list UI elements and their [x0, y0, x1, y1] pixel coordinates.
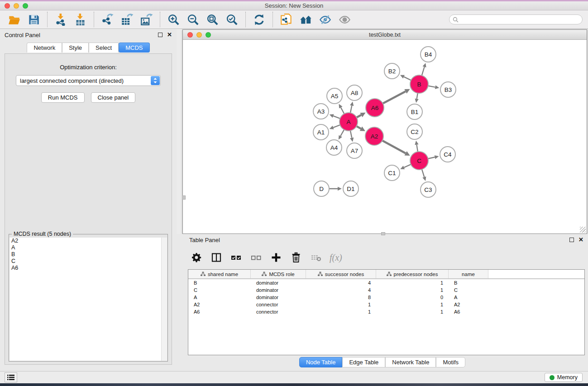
- tab-network-table[interactable]: Network Table: [385, 357, 436, 367]
- delete-column-trash-button[interactable]: [287, 251, 305, 264]
- cell-shared-name[interactable]: A: [188, 295, 251, 300]
- cell-successor-nodes[interactable]: 1: [306, 302, 376, 307]
- cell-predecessor-nodes[interactable]: 1: [376, 309, 449, 315]
- table-settings-gear-button[interactable]: [187, 251, 206, 264]
- export-image-button[interactable]: [137, 13, 156, 27]
- result-item[interactable]: B: [10, 251, 167, 258]
- search-field-wrap: [449, 14, 583, 24]
- cell-shared-name[interactable]: B: [188, 280, 251, 286]
- float-panel-icon[interactable]: [158, 33, 163, 37]
- result-scrollbar[interactable]: [161, 238, 167, 361]
- memory-button[interactable]: Memory: [545, 373, 583, 382]
- result-item[interactable]: C: [10, 258, 167, 265]
- cell-successor-nodes[interactable]: 8: [306, 295, 376, 300]
- split-columns-button[interactable]: [207, 251, 225, 264]
- node-table[interactable]: shared nameMCDS rolesuccessor nodesprede…: [188, 269, 585, 355]
- mcds-result-title: MCDS result (5 nodes): [12, 231, 73, 237]
- run-mcds-button[interactable]: Run MCDS: [41, 92, 85, 103]
- function-builder-button[interactable]: f(x): [327, 253, 345, 263]
- cell-successor-nodes[interactable]: 4: [306, 287, 376, 293]
- show-eye-icon: [339, 14, 351, 26]
- cell-shared-name[interactable]: A2: [188, 302, 251, 307]
- task-history-button[interactable]: [5, 372, 17, 382]
- zoom-selected-button[interactable]: [222, 13, 242, 27]
- home-button[interactable]: [296, 13, 316, 27]
- open-session-button[interactable]: [5, 13, 24, 27]
- column-header-predecessor-nodes[interactable]: predecessor nodes: [376, 270, 449, 278]
- result-item[interactable]: A2: [10, 238, 167, 244]
- refresh-button[interactable]: [249, 13, 269, 27]
- cell-MCDS-role[interactable]: connector: [251, 302, 306, 307]
- table-row[interactable]: A2connector11A2: [188, 301, 584, 308]
- tab-select[interactable]: Select: [89, 43, 119, 52]
- cell-predecessor-nodes[interactable]: 0: [376, 295, 449, 300]
- cell-shared-name[interactable]: A6: [188, 309, 251, 315]
- copy-network-icon: [280, 14, 292, 26]
- hierarchy-icon: [318, 272, 323, 276]
- network-window-titlebar[interactable]: testGlobe.txt: [183, 30, 587, 40]
- cell-shared-name[interactable]: C: [188, 287, 251, 293]
- zoom-fit-icon: [206, 14, 219, 26]
- import-network-button[interactable]: [51, 13, 71, 27]
- column-header-name[interactable]: name: [449, 270, 488, 278]
- tab-network[interactable]: Network: [27, 43, 62, 52]
- cell-MCDS-role[interactable]: dominator: [251, 295, 306, 300]
- save-session-button[interactable]: [24, 13, 43, 27]
- cell-name[interactable]: A6: [449, 309, 488, 315]
- cell-predecessor-nodes[interactable]: 1: [376, 287, 449, 293]
- zoom-in-button[interactable]: [164, 13, 183, 27]
- cell-name[interactable]: A: [449, 295, 488, 300]
- zoom-fit-button[interactable]: [203, 13, 222, 27]
- table-row[interactable]: Bdominator41B: [188, 279, 584, 286]
- cell-MCDS-role[interactable]: connector: [251, 309, 306, 315]
- cell-MCDS-role[interactable]: dominator: [251, 280, 306, 286]
- close-panel-icon[interactable]: ✕: [167, 33, 172, 37]
- cell-predecessor-nodes[interactable]: 1: [376, 302, 449, 307]
- hide-eye-slash-icon: [319, 14, 331, 26]
- window-resize-grip[interactable]: [580, 227, 586, 233]
- column-header-successor-nodes[interactable]: successor nodes: [306, 270, 376, 278]
- vertical-divider-handle[interactable]: [182, 195, 186, 200]
- float-table-panel-icon[interactable]: [569, 238, 574, 242]
- search-input[interactable]: [449, 14, 583, 24]
- tab-edge-table[interactable]: Edge Table: [342, 357, 385, 367]
- tab-style[interactable]: Style: [62, 43, 89, 52]
- show-eye-button[interactable]: [335, 13, 354, 27]
- column-header-MCDS-role[interactable]: MCDS role: [251, 270, 306, 278]
- cell-name[interactable]: B: [449, 280, 488, 286]
- hide-eye-slash-button[interactable]: [316, 13, 335, 27]
- close-table-panel-icon[interactable]: ✕: [578, 238, 583, 242]
- copy-network-button[interactable]: [277, 13, 296, 27]
- import-table-button[interactable]: [71, 13, 90, 27]
- tab-motifs[interactable]: Motifs: [436, 357, 465, 367]
- select-all-checks-icon: [231, 252, 242, 263]
- add-column-plus-button[interactable]: [267, 251, 285, 264]
- tab-mcds[interactable]: MCDS: [119, 43, 149, 52]
- cell-MCDS-role[interactable]: dominator: [251, 287, 306, 293]
- result-item[interactable]: A: [10, 244, 167, 251]
- control-panel-tabs: NetworkStyleSelectMCDS: [0, 43, 177, 52]
- table-row[interactable]: Cdominator41C: [188, 286, 584, 294]
- table-row[interactable]: A6connector11A6: [188, 308, 584, 315]
- optimization-criterion-select[interactable]: largest connected component (directed): [16, 75, 161, 86]
- result-item[interactable]: A6: [10, 265, 167, 272]
- zoom-out-button[interactable]: [183, 13, 203, 27]
- column-header-shared-name[interactable]: shared name: [188, 270, 251, 278]
- cell-successor-nodes[interactable]: 4: [306, 280, 376, 286]
- mcds-result-list[interactable]: A2ABCA6: [10, 238, 167, 361]
- tab-node-table[interactable]: Node Table: [299, 357, 343, 367]
- cell-predecessor-nodes[interactable]: 1: [376, 280, 449, 286]
- cell-name[interactable]: C: [449, 287, 488, 293]
- export-table-button[interactable]: [117, 13, 137, 27]
- select-all-checks-button[interactable]: [227, 251, 245, 264]
- deselect-all-checks-button[interactable]: [247, 251, 265, 264]
- horizontal-divider-handle[interactable]: [381, 232, 385, 235]
- table-row[interactable]: Adominator80A: [188, 294, 584, 301]
- cell-successor-nodes[interactable]: 1: [306, 309, 376, 315]
- delete-table-disabled-button[interactable]: [307, 251, 325, 264]
- cell-name[interactable]: A2: [449, 302, 488, 307]
- close-panel-button[interactable]: Close panel: [91, 92, 136, 103]
- network-graph[interactable]: B4B2BB3A8A5A6A3B1AA1C2A2A4A7C4CC1DD1C3: [183, 40, 587, 234]
- network-canvas[interactable]: B4B2BB3A8A5A6A3B1AA1C2A2A4A7C4CC1DD1C3: [183, 40, 587, 234]
- export-network-button[interactable]: [98, 13, 117, 27]
